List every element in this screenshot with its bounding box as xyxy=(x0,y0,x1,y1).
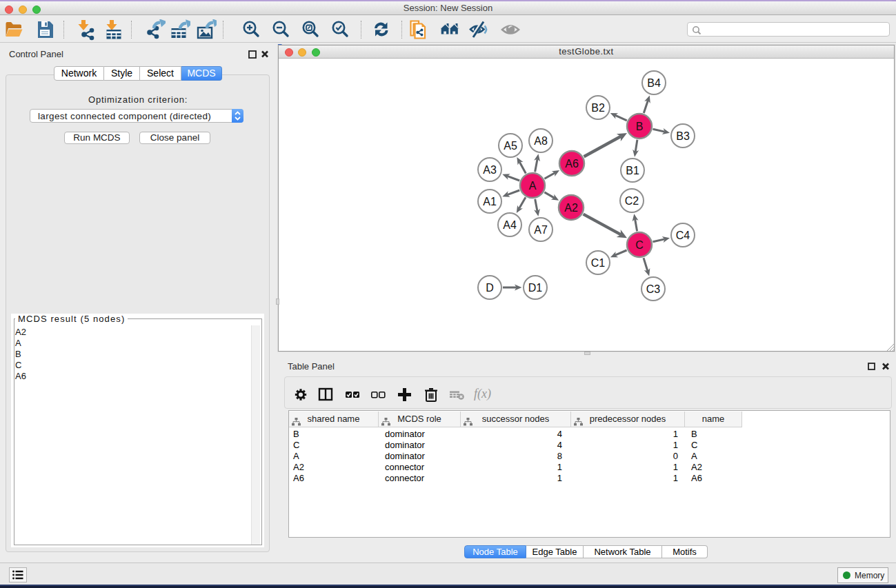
svg-text:A2: A2 xyxy=(564,202,578,214)
svg-text:B: B xyxy=(636,121,644,132)
svg-text:D1: D1 xyxy=(528,282,543,294)
svg-text:A6: A6 xyxy=(565,158,579,170)
svg-text:C3: C3 xyxy=(646,283,661,295)
svg-text:A8: A8 xyxy=(534,135,548,147)
svg-text:A7: A7 xyxy=(534,224,548,236)
svg-text:B2: B2 xyxy=(591,102,605,114)
svg-text:B4: B4 xyxy=(647,77,661,89)
svg-text:A3: A3 xyxy=(483,164,497,176)
svg-text:A1: A1 xyxy=(483,196,497,207)
svg-text:A5: A5 xyxy=(504,140,517,152)
svg-text:C4: C4 xyxy=(676,230,690,241)
svg-text:A: A xyxy=(529,180,537,192)
svg-text:B1: B1 xyxy=(626,165,639,176)
svg-text:C1: C1 xyxy=(591,257,606,269)
svg-text:A4: A4 xyxy=(503,219,517,231)
svg-text:C: C xyxy=(635,239,644,251)
svg-text:D: D xyxy=(486,282,494,294)
svg-text:B3: B3 xyxy=(676,130,690,142)
svg-text:C2: C2 xyxy=(625,195,639,207)
